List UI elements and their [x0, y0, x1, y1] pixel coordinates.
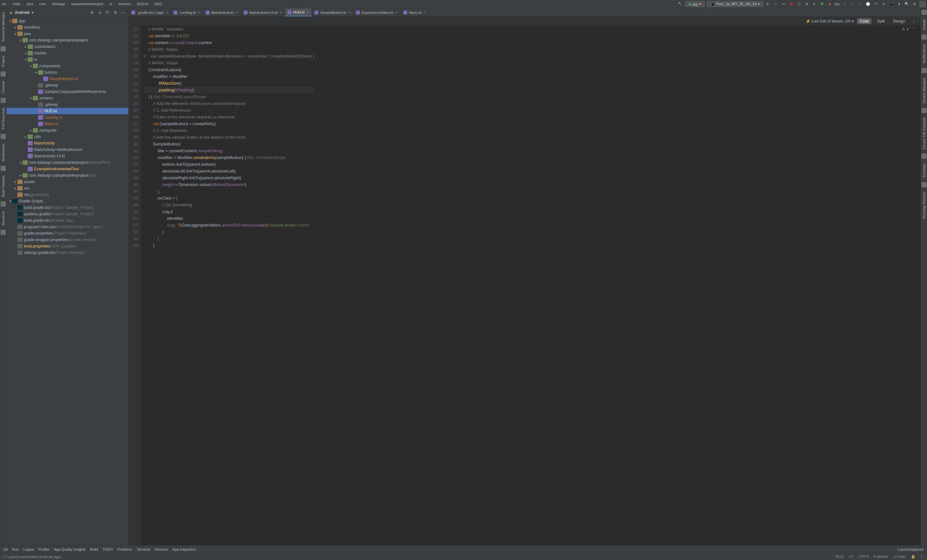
sync-icon[interactable]: ⟳ [881, 1, 886, 7]
caret-position[interactable]: 33:31 [835, 554, 844, 559]
tool-window-button[interactable]: App Inspection [173, 548, 196, 551]
tree-node[interactable]: Menu.kt [6, 121, 128, 127]
code-editor[interactable]: 2324252627282930313233343536373839404142… [129, 26, 921, 545]
close-icon[interactable]: × [198, 10, 200, 15]
breadcrumb[interactable]: com [39, 2, 47, 6]
editor-tab[interactable]: Landing.kt× [171, 8, 203, 17]
tree-node[interactable]: ▸coordinators [6, 44, 128, 50]
tool-window-button[interactable]: Services [155, 548, 168, 551]
tree-node[interactable]: Landing.kt [6, 114, 128, 121]
tool-window-button[interactable]: Running Devices [922, 190, 926, 220]
tool-window-button[interactable]: Notifications [922, 42, 926, 65]
tree-node[interactable]: MainActivity [6, 140, 128, 146]
editor-tab[interactable]: HUD.kt× [285, 8, 312, 17]
avatar-icon[interactable] [919, 1, 926, 8]
tree-node[interactable]: gradle-wrapper.properties (Gradle Versio… [6, 237, 128, 243]
chevron-up-icon[interactable]: ˄ [910, 27, 912, 31]
file-encoding[interactable]: UTF-8 [859, 554, 868, 559]
tree-node[interactable]: MainActivity+Notifications.kt [6, 146, 128, 153]
breadcrumb[interactable]: main [12, 2, 21, 6]
memory-icon[interactable]: ☐ [921, 554, 924, 559]
editor-tab[interactable]: MainActivity+UI.kt× [241, 8, 285, 17]
tool-window-button[interactable]: App Quality Insights [54, 548, 86, 551]
sdk-icon[interactable]: ⬇ [896, 1, 902, 7]
more-icon[interactable]: ⋮ [911, 18, 917, 24]
close-icon[interactable]: × [236, 10, 238, 15]
indent-setting[interactable]: 4 spaces [874, 554, 888, 559]
profile-icon[interactable]: ◔ [804, 1, 810, 7]
tool-window-button[interactable]: TODO [102, 548, 112, 551]
code-mode-button[interactable]: Code [857, 18, 872, 24]
project-view-title[interactable]: Android [15, 10, 30, 15]
tree-node[interactable]: ExampleInstrumentedTest [6, 166, 128, 172]
tool-window-button[interactable]: Terminal [137, 548, 150, 551]
git-pull-icon[interactable]: ↙ [842, 1, 848, 7]
tree-node[interactable]: HUD.kt [6, 108, 128, 114]
tool-window-button[interactable]: Build Variants [1, 173, 5, 199]
run-config-selector[interactable]: app▾ [685, 1, 705, 7]
editor-tab[interactable]: .gradle.kts (:app)× [129, 8, 171, 17]
tool-window-button[interactable]: Gradle [922, 17, 926, 32]
lock-icon[interactable]: 🔒 [911, 554, 915, 559]
tree-node[interactable]: ▸manifests [6, 24, 128, 30]
tree-node[interactable]: ▾java [6, 30, 128, 37]
tree-node[interactable]: local.properties (SDK Location) [6, 243, 128, 249]
breadcrumb[interactable]: HUD [154, 2, 163, 6]
editor-tab[interactable]: ExperienceStates.kt× [353, 8, 400, 17]
tool-window-button[interactable]: Profiler [38, 548, 50, 551]
close-icon[interactable]: × [280, 10, 282, 15]
tree-node[interactable]: build.gradle.kts (Project: Sample_Projec… [6, 204, 128, 211]
tree-node[interactable]: proguard-rules.pro (ProGuard Rules for "… [6, 224, 128, 230]
tree-node[interactable]: MainActivity+UI.kt [6, 153, 128, 159]
close-icon[interactable]: × [306, 10, 309, 15]
breadcrumb[interactable]: screens [118, 2, 132, 6]
event-log-icon[interactable]: ☐ [3, 554, 6, 559]
tree-node[interactable]: ▸com.delasign.samplestarterproject (test… [6, 172, 128, 179]
breadcrumb[interactable]: delasign [51, 2, 66, 6]
tree-node[interactable]: res (generated) [6, 191, 128, 198]
split-mode-button[interactable]: Split [875, 18, 887, 24]
search-icon[interactable]: 🔍 [904, 1, 910, 7]
tree-node[interactable]: ▸res [6, 185, 128, 191]
breadcrumb[interactable]: samplestarterproject [70, 2, 104, 6]
inspections-widget[interactable]: ⚠ 3 ˄ ˅ [902, 27, 915, 31]
editor-tab[interactable]: SampleButton.kt× [312, 8, 353, 17]
chevron-down-icon[interactable]: ˅ [913, 27, 915, 31]
tree-node[interactable]: ▸utils [6, 134, 128, 140]
gear-icon[interactable]: ⚙ [112, 10, 118, 15]
git-commit-icon[interactable]: ✓ [850, 1, 856, 7]
tree-node[interactable]: ▾com.delasign.samplestarterproject (andr… [6, 159, 128, 166]
tree-node[interactable]: build.gradle.kts (Module :app) [6, 217, 128, 224]
attach-debugger-icon[interactable]: 🪲 [819, 1, 825, 7]
line-separator[interactable]: LF [849, 554, 853, 559]
tree-node[interactable]: settings.gradle.kts (Project Settings) [6, 249, 128, 256]
hammer-icon[interactable]: 🔨 [677, 1, 683, 7]
tool-window-button[interactable]: Build [90, 548, 98, 551]
history-icon[interactable]: 🕒 [865, 1, 871, 7]
debug-icon[interactable]: 🐞 [788, 1, 794, 7]
tool-window-button[interactable]: Problems [117, 548, 132, 551]
breadcrumb[interactable]: HUD.kt [136, 2, 149, 6]
stop-icon[interactable]: ■ [827, 1, 833, 7]
tool-window-button[interactable]: Device File Explorer [922, 115, 926, 151]
breadcrumb[interactable]: java [26, 2, 34, 6]
hide-icon[interactable]: — [120, 10, 126, 15]
tree-node[interactable]: ▸assets [6, 179, 128, 185]
tool-window-button[interactable]: Device Manager [922, 76, 926, 105]
tree-node[interactable]: SampleComposableWithReceiver.kt [6, 88, 128, 95]
tree-node[interactable]: ▾components [6, 63, 128, 69]
settings-icon[interactable]: ⚙ [912, 1, 917, 7]
device-selector[interactable]: 📱 Pixel_3a_API_33_x86_64 ▾ [707, 1, 763, 7]
design-mode-button[interactable]: Design [891, 18, 908, 24]
tree-node[interactable]: ▾Gradle Scripts [6, 198, 128, 204]
collapse-icon[interactable]: ⇱ [105, 10, 110, 15]
tool-window-button[interactable]: Resource Manager [1, 10, 5, 44]
locate-icon[interactable]: ⊕ [89, 10, 95, 15]
tool-window-button[interactable]: Pull Requests [1, 106, 5, 131]
tree-node[interactable]: ▾com.delasign.samplestarterproject [6, 37, 128, 44]
tree-node[interactable]: .gitkeep [6, 102, 128, 108]
close-icon[interactable]: × [166, 10, 168, 15]
close-icon[interactable]: × [348, 10, 351, 15]
editor-tab[interactable]: Menu.kt× [401, 8, 429, 17]
avd-icon[interactable]: 📱 [888, 1, 894, 7]
